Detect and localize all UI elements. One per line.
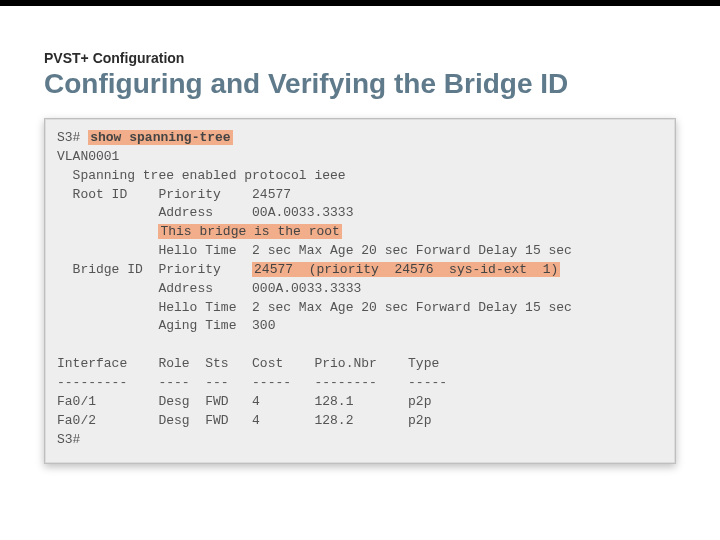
slide-eyebrow: PVST+ Configuration [44,50,676,66]
root-priority-label: Root ID Priority [57,187,252,202]
root-address-line: Address 00A.0033.3333 [57,205,353,220]
root-priority-value: 24577 [252,187,291,202]
cli-command: show spanning-tree [88,130,232,145]
terminal-output: S3# show spanning-tree VLAN0001 Spanning… [44,118,676,464]
interface-header: Interface Role Sts Cost Prio.Nbr Type [57,356,439,371]
vlan-line: VLAN0001 [57,149,119,164]
bridge-priority-value: 24577 (priority 24576 sys-id-ext 1) [252,262,560,277]
bridge-hello-line: Hello Time 2 sec Max Age 20 sec Forward … [57,300,572,315]
bridge-aging-line: Aging Time 300 [57,318,275,333]
root-note-pad [57,224,158,239]
interface-row-1: Fa0/1 Desg FWD 4 128.1 p2p [57,394,431,409]
root-bridge-note: This bridge is the root [158,224,341,239]
top-accent-bar [0,0,720,6]
slide-title: Configuring and Verifying the Bridge ID [44,68,676,100]
root-hello-line: Hello Time 2 sec Max Age 20 sec Forward … [57,243,572,258]
bridge-address-line: Address 000A.0033.3333 [57,281,361,296]
protocol-line: Spanning tree enabled protocol ieee [57,168,346,183]
interface-divider: --------- ---- --- ----- -------- ----- [57,375,447,390]
end-prompt: S3# [57,432,80,447]
interface-row-2: Fa0/2 Desg FWD 4 128.2 p2p [57,413,431,428]
bridge-priority-label: Bridge ID Priority [57,262,252,277]
slide: PVST+ Configuration Configuring and Veri… [0,0,720,540]
prompt: S3# [57,130,80,145]
